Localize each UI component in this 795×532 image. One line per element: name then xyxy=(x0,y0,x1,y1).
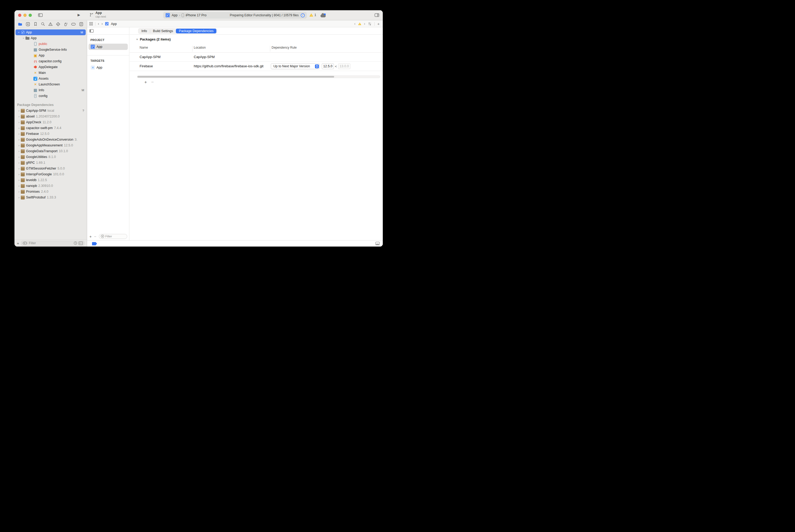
navigator-row[interactable]: ›nanopb2.30910.0 xyxy=(15,183,87,189)
navigator-row[interactable]: App xyxy=(15,53,87,58)
tab-info[interactable]: Info xyxy=(138,28,150,33)
horizontal-scrollbar[interactable] xyxy=(137,75,380,78)
disclosure-chevron-icon[interactable]: › xyxy=(17,138,21,141)
jump-bar-project[interactable]: App xyxy=(111,22,117,26)
disclosure-chevron-icon[interactable]: › xyxy=(17,173,21,176)
packages-section-title[interactable]: ▼ Packages (2 items) xyxy=(136,37,171,41)
project-navigator-icon[interactable] xyxy=(18,22,22,26)
navigator-row[interactable]: ›abseil1.2024072200.0 xyxy=(15,114,87,119)
navigator-row[interactable]: ›gRPC1.69.1 xyxy=(15,160,87,166)
disclosure-chevron-icon[interactable]: › xyxy=(17,155,21,158)
navigator-row[interactable]: ›AppCheck11.2.0 xyxy=(15,119,87,125)
related-items-icon[interactable] xyxy=(89,22,93,25)
package-row-firebase[interactable]: Firebase https://github.com/firebase/fir… xyxy=(130,61,383,71)
breakpoints-navigator-icon[interactable] xyxy=(71,22,76,26)
max-version-field[interactable]: 13.0.0 xyxy=(338,63,351,69)
dependency-rule-popup[interactable]: Up to Next Major Version xyxy=(271,63,320,69)
disclosure-chevron-icon[interactable]: › xyxy=(17,115,21,118)
navigator-row[interactable]: ›InteropForGoogle101.0.0 xyxy=(15,171,87,177)
disclosure-chevron-icon[interactable]: › xyxy=(22,36,25,40)
run-button[interactable]: ▶ xyxy=(78,13,80,17)
navigator-row[interactable]: ›GoogleAppMeasurement12.5.0 xyxy=(15,142,87,148)
disclosure-chevron-icon[interactable]: › xyxy=(17,184,21,187)
scheme-device-label[interactable]: iPhone 17 Pro xyxy=(186,14,206,17)
previous-issue-icon[interactable]: ‹ xyxy=(354,22,356,25)
tests-navigator-icon[interactable] xyxy=(56,22,60,26)
disclosure-chevron-icon[interactable]: › xyxy=(17,31,20,34)
disclosure-chevron-icon[interactable]: › xyxy=(17,161,21,164)
disclosure-chevron-icon[interactable]: › xyxy=(17,127,21,130)
navigator-row[interactable]: ›GTMSessionFetcher5.0.0 xyxy=(15,166,87,171)
disclosure-chevron-icon[interactable]: ▼ xyxy=(136,38,138,41)
back-icon[interactable]: ‹ xyxy=(98,22,99,25)
tag-flag-icon[interactable] xyxy=(92,242,97,246)
next-issue-icon[interactable]: › xyxy=(364,22,365,25)
column-name[interactable]: Name xyxy=(139,46,148,50)
warning-count-group[interactable]: 1 xyxy=(309,13,316,17)
navigator-row[interactable]: Assets xyxy=(15,76,87,81)
disclosure-chevron-icon[interactable]: › xyxy=(17,178,21,182)
activity-view[interactable]: Preparing Editor Functionality | 8041 / … xyxy=(230,14,305,17)
navigator-row[interactable]: capacitor.config xyxy=(15,58,87,64)
disclosure-chevron-icon[interactable]: › xyxy=(17,150,21,153)
navigator-row[interactable]: InfoM xyxy=(15,87,87,93)
package-row-capapp-spm[interactable]: CapApp-SPM CapApp-SPM xyxy=(130,53,383,61)
min-version-field[interactable]: 12.5.0 xyxy=(322,63,334,69)
column-separator[interactable] xyxy=(192,46,192,52)
source-control-status-filter-icon[interactable] xyxy=(79,242,83,245)
disclosure-chevron-icon[interactable]: › xyxy=(17,196,21,199)
toggle-bottom-panel-icon[interactable] xyxy=(375,242,380,245)
navigator-row[interactable]: config xyxy=(15,93,87,99)
remove-target-button[interactable]: − xyxy=(94,234,96,239)
navigator-row[interactable]: ›App xyxy=(15,35,87,41)
scrollbar-thumb[interactable] xyxy=(137,76,334,78)
disclosure-chevron-icon[interactable]: › xyxy=(17,132,21,135)
navigator-filter-field[interactable]: Filter xyxy=(21,241,84,246)
minimize-window-button[interactable] xyxy=(23,14,26,17)
navigator-row[interactable]: AppDelegate xyxy=(15,64,87,70)
navigator-row[interactable]: ›SwiftProtobuf1.33.3 xyxy=(15,194,87,200)
navigator-row[interactable]: GoogleService-Info xyxy=(15,47,87,53)
find-navigator-icon[interactable] xyxy=(41,22,45,26)
navigator-row[interactable]: ›leveldb1.22.5 xyxy=(15,177,87,183)
remove-package-button[interactable]: − xyxy=(151,80,154,84)
scheme-selector[interactable]: App › iPhone 17 Pro Preparing Editor Fun… xyxy=(163,12,307,19)
navigator-row[interactable]: ›Firebase12.5.0 xyxy=(15,131,87,137)
navigator-row[interactable]: public xyxy=(15,41,87,47)
navigator-row[interactable]: ›GoogleAdsOnDeviceConversion3. xyxy=(15,137,87,142)
close-window-button[interactable] xyxy=(18,14,21,17)
disclosure-chevron-icon[interactable]: › xyxy=(17,121,21,124)
progress-ring[interactable]: 2 xyxy=(301,14,305,17)
scheme-project-label[interactable]: App xyxy=(172,14,177,17)
toggle-left-sidebar-icon[interactable] xyxy=(38,14,43,17)
disclosure-chevron-icon[interactable]: › xyxy=(17,167,21,170)
disclosure-chevron-icon[interactable]: › xyxy=(17,109,21,112)
add-target-button[interactable]: + xyxy=(89,234,92,239)
collapse-pane-icon[interactable] xyxy=(89,29,94,33)
tab-build-settings[interactable]: Build Settings xyxy=(150,28,176,33)
navigator-row[interactable]: ›Promises2.4.0 xyxy=(15,189,87,194)
recent-files-icon[interactable] xyxy=(74,241,77,245)
pane-filter-field[interactable]: Filter xyxy=(99,234,127,239)
navigator-row[interactable]: Main xyxy=(15,70,87,76)
disclosure-chevron-icon[interactable]: › xyxy=(17,144,21,147)
navigator-row[interactable]: ›CapApp-SPMlocal? xyxy=(15,108,87,114)
tab-package-dependencies[interactable]: Package Dependencies xyxy=(176,28,216,33)
navigator-row[interactable]: ›capacitor-swift-pm7.4.4 xyxy=(15,125,87,131)
add-item-button[interactable]: + xyxy=(17,241,19,245)
navigator-row[interactable]: LaunchScreen xyxy=(15,81,87,87)
navigator-row[interactable]: ›GoogleDataTransport10.1.0 xyxy=(15,148,87,154)
project-row[interactable]: App xyxy=(89,44,128,50)
cloud-sync-icon[interactable] xyxy=(320,15,326,17)
zoom-window-button[interactable] xyxy=(29,14,32,17)
swap-editor-icon[interactable] xyxy=(368,22,372,25)
toggle-right-sidebar-icon[interactable] xyxy=(375,14,379,17)
navigator-row[interactable]: ›GoogleUtilities8.1.0 xyxy=(15,154,87,160)
changes-navigator-icon[interactable] xyxy=(26,22,30,26)
target-row[interactable]: App xyxy=(89,64,128,71)
debug-navigator-icon[interactable] xyxy=(64,22,68,26)
reports-navigator-icon[interactable] xyxy=(79,22,83,26)
bookmarks-navigator-icon[interactable] xyxy=(33,22,38,26)
column-location[interactable]: Location xyxy=(194,46,206,50)
issues-navigator-icon[interactable] xyxy=(49,22,53,26)
